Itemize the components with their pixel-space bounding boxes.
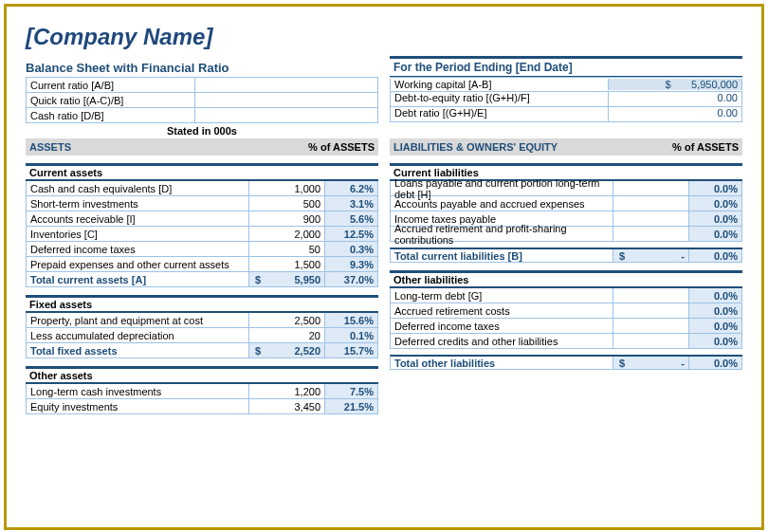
row-value: 50 — [249, 242, 325, 256]
row-value — [613, 196, 689, 211]
row-label: Prepaid expenses and other current asset… — [27, 257, 249, 271]
total-current-assets-row: Total current assets [A] $5,950 37.0% — [26, 272, 378, 287]
row-pct: 3.1% — [325, 196, 378, 211]
table-row: Property, plant and equipment at cost2,5… — [26, 313, 378, 328]
other-liabilities-group: Other liabilities Long-term debt [G]0.0%… — [390, 270, 742, 370]
current-assets-head: Current assets — [26, 163, 378, 181]
table-row: Inventories [C]2,00012.5% — [26, 227, 378, 242]
tol-label: Total other liabilities — [391, 357, 613, 369]
table-row: Long-term debt [G]0.0% — [390, 288, 742, 303]
row-value: 1,200 — [249, 384, 325, 398]
table-row: Long-term cash investments1,2007.5% — [26, 384, 378, 399]
tol-pct: 0.0% — [689, 357, 742, 369]
working-capital-value: $ 5,950,000 — [608, 79, 742, 90]
row-label: Equity investments — [27, 399, 249, 413]
row-value: 1,000 — [249, 181, 325, 195]
table-row: Prepaid expenses and other current asset… — [26, 257, 378, 272]
debt-ratio-label: Debt ratio [(G+H)/E] — [390, 107, 608, 121]
row-value — [613, 303, 689, 318]
table-row: Deferred credits and other liabilities0.… — [390, 334, 742, 349]
sheet-subtitle: Balance Sheet with Financial Ratio — [26, 56, 378, 75]
tfa-pct: 15.7% — [325, 343, 378, 358]
row-pct: 7.5% — [325, 384, 378, 398]
table-row: Loans payable and current portion long-t… — [390, 181, 742, 196]
row-pct: 0.0% — [689, 227, 742, 241]
assets-title: ASSETS — [29, 141, 308, 153]
total-current-liabilities-row: Total current liabilities [B] $- 0.0% — [390, 248, 742, 263]
row-pct: 6.2% — [325, 181, 378, 195]
row-label: Long-term debt [G] — [391, 288, 613, 303]
assets-header: ASSETS % of ASSETS — [26, 138, 378, 156]
row-pct: 0.0% — [689, 211, 742, 226]
current-ratio-label: Current ratio [A/B] — [27, 78, 195, 93]
other-liabilities-head: Other liabilities — [390, 270, 742, 288]
stated-in: Stated in 000s — [26, 123, 378, 138]
current-assets-group: Current assets Cash and cash equivalents… — [26, 163, 378, 287]
row-label: Deferred income taxes — [391, 319, 613, 333]
other-assets-head: Other assets — [26, 366, 378, 384]
tca-pct: 37.0% — [325, 272, 378, 286]
fixed-assets-head: Fixed assets — [26, 295, 378, 313]
row-value — [613, 211, 689, 226]
other-assets-group: Other assets Long-term cash investments1… — [26, 366, 378, 414]
row-label: Deferred credits and other liabilities — [391, 334, 613, 348]
table-row: Accrued retirement and profit-sharing co… — [390, 227, 742, 242]
row-value: 900 — [249, 211, 325, 226]
row-label: Property, plant and equipment at cost — [27, 313, 249, 327]
row-label: Deferred income taxes — [27, 242, 249, 256]
tcl-pct: 0.0% — [689, 249, 742, 262]
cash-ratio-label: Cash ratio [D/B] — [27, 108, 195, 123]
working-capital-label: Working capital [A-B] — [390, 79, 565, 90]
row-value — [613, 181, 689, 195]
tca-value: $5,950 — [249, 272, 325, 286]
row-pct: 9.3% — [325, 257, 378, 271]
tcl-label: Total current liabilities [B] — [391, 249, 613, 262]
row-value: 1,500 — [249, 257, 325, 271]
row-label: Accrued retirement and profit-sharing co… — [391, 227, 613, 241]
total-other-liabilities-row: Total other liabilities $- 0.0% — [390, 355, 742, 370]
row-value: 500 — [249, 196, 325, 211]
de-ratio-label: Debt-to-equity ratio [(G+H)/F] — [390, 92, 608, 106]
row-pct: 12.5% — [325, 227, 378, 241]
row-value — [613, 227, 689, 241]
table-row: Short-term investments5003.1% — [26, 196, 378, 211]
debt-ratio-value: 0.00 — [608, 107, 742, 121]
row-pct: 0.0% — [689, 319, 742, 333]
table-row: Cash and cash equivalents [D]1,0006.2% — [26, 181, 378, 196]
total-fixed-assets-row: Total fixed assets $2,520 15.7% — [26, 343, 378, 358]
row-pct: 0.0% — [689, 196, 742, 211]
tcl-value: $- — [613, 249, 689, 262]
table-row: Deferred income taxes500.3% — [26, 242, 378, 257]
quick-ratio-value — [195, 93, 378, 108]
row-pct: 0.3% — [325, 242, 378, 256]
row-pct: 0.0% — [689, 181, 742, 195]
table-row: Deferred income taxes0.0% — [390, 319, 742, 334]
de-ratio-row: Debt-to-equity ratio [(G+H)/F] 0.00 — [390, 92, 742, 107]
row-label: Short-term investments — [27, 196, 249, 211]
row-pct: 21.5% — [325, 399, 378, 413]
period-ending: For the Period Ending [End Date] — [390, 56, 742, 77]
debt-ratio-row: Debt ratio [(G+H)/E] 0.00 — [390, 107, 742, 122]
row-value: 2,500 — [249, 313, 325, 327]
company-name: [Company Name] — [26, 24, 742, 50]
row-label: Accounts payable and accrued expenses — [391, 196, 613, 211]
row-pct: 0.0% — [689, 288, 742, 303]
table-row: Less accumulated depreciation200.1% — [26, 328, 378, 343]
row-value — [613, 319, 689, 333]
table-row: Equity investments3,45021.5% — [26, 399, 378, 414]
row-pct: 5.6% — [325, 211, 378, 226]
row-label: Less accumulated depreciation — [27, 328, 249, 342]
row-label: Accrued retirement costs — [391, 303, 613, 318]
cash-ratio-value — [195, 108, 378, 123]
row-label: Inventories [C] — [27, 227, 249, 241]
row-pct: 15.6% — [325, 313, 378, 327]
document-frame: [Company Name] Balance Sheet with Financ… — [4, 4, 764, 530]
fixed-assets-group: Fixed assets Property, plant and equipme… — [26, 295, 378, 358]
tfa-label: Total fixed assets — [27, 343, 249, 358]
row-value: 2,000 — [249, 227, 325, 241]
quick-ratio-label: Quick ratio [(A-C)/B] — [27, 93, 195, 108]
table-row: Accounts payable and accrued expenses0.0… — [390, 196, 742, 211]
working-capital-row: Working capital [A-B] $ 5,950,000 — [390, 77, 742, 92]
table-row: Accrued retirement costs0.0% — [390, 303, 742, 319]
row-pct: 0.0% — [689, 303, 742, 318]
